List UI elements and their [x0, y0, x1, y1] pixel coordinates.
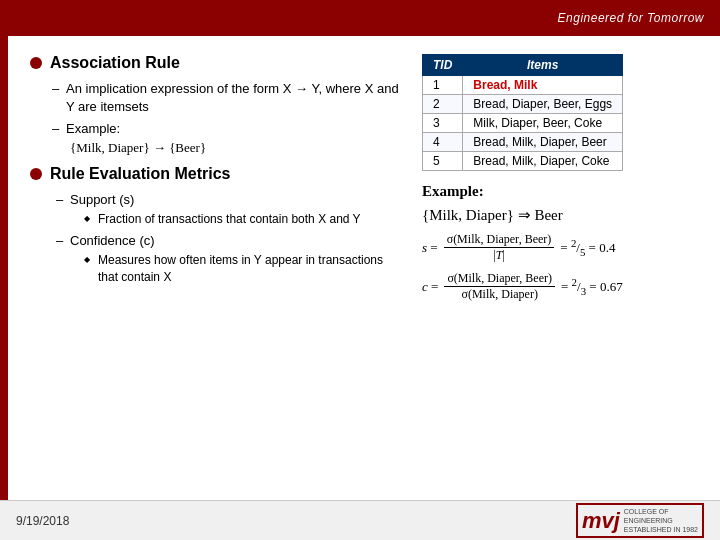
- s-denominator: |T|: [490, 248, 508, 263]
- c-label: c =: [422, 279, 438, 295]
- logo-line3: Established in 1982: [624, 525, 698, 534]
- section2: Rule Evaluation Metrics: [30, 165, 406, 183]
- section1-example: {Milk, Diaper} → {Beer}: [70, 140, 206, 155]
- association-table: TID Items 1 Bread, Milk 2 Bread, Diaper,…: [422, 54, 623, 171]
- table-tid: 5: [423, 152, 463, 171]
- section2-content: Support (s) Fraction of transactions tha…: [52, 191, 406, 286]
- bullet-dot-2: [30, 168, 42, 180]
- table-row: 4 Bread, Milk, Diaper, Beer: [423, 133, 623, 152]
- table-items: Milk, Diaper, Beer, Coke: [463, 114, 623, 133]
- implies-formula: {Milk, Diaper} ⇒ Beer: [422, 206, 702, 224]
- section2-list: Support (s) Fraction of transactions tha…: [56, 191, 406, 286]
- section1-title: Association Rule: [50, 54, 180, 72]
- main-content: Association Rule An implication expressi…: [8, 36, 720, 500]
- table-row: 1 Bread, Milk: [423, 76, 623, 95]
- c-denominator: σ(Milk, Diaper): [458, 287, 540, 302]
- section1-item1: An implication expression of the form X …: [52, 80, 406, 116]
- confidence-bullet: Measures how often items in Y appear in …: [84, 252, 406, 286]
- table-tid: 4: [423, 133, 463, 152]
- table-header-tid: TID: [423, 55, 463, 76]
- s-label: s =: [422, 240, 438, 256]
- c-equals: = 2/3 = 0.67: [561, 276, 623, 297]
- bullet-dot-1: [30, 57, 42, 69]
- support-sub-list: Fraction of transactions that contain bo…: [84, 211, 406, 228]
- section2-title: Rule Evaluation Metrics: [50, 165, 231, 183]
- logo-mvj: mvj: [582, 508, 620, 534]
- table-items: Bread, Milk, Diaper, Beer: [463, 133, 623, 152]
- support-item: Support (s) Fraction of transactions tha…: [56, 191, 406, 228]
- confidence-item: Confidence (c) Measures how often items …: [56, 232, 406, 286]
- logo-box: mvj College of Engineering Established i…: [576, 503, 704, 538]
- c-formula: c = σ(Milk, Diaper, Beer) σ(Milk, Diaper…: [422, 271, 702, 302]
- section1-list: An implication expression of the form X …: [52, 80, 406, 157]
- c-numerator: σ(Milk, Diaper, Beer): [444, 271, 555, 287]
- table-items: Bread, Milk, Diaper, Coke: [463, 152, 623, 171]
- s-fraction: σ(Milk, Diaper, Beer) |T|: [444, 232, 555, 263]
- logo-text: College of Engineering Established in 19…: [624, 507, 698, 534]
- table-items: Bread, Diaper, Beer, Eggs: [463, 95, 623, 114]
- table-row: 2 Bread, Diaper, Beer, Eggs: [423, 95, 623, 114]
- example-label: Example:: [422, 183, 702, 200]
- banner-text: Engineered for Tomorrow: [558, 11, 704, 25]
- table-tid: 2: [423, 95, 463, 114]
- right-column: TID Items 1 Bread, Milk 2 Bread, Diaper,…: [422, 54, 702, 490]
- logo-line2: Engineering: [624, 516, 698, 525]
- left-accent: [0, 36, 8, 500]
- table-header-items: Items: [463, 55, 623, 76]
- logo-line1: College of: [624, 507, 698, 516]
- logo-area: mvj College of Engineering Established i…: [576, 503, 704, 538]
- table-tid: 3: [423, 114, 463, 133]
- c-fraction: σ(Milk, Diaper, Beer) σ(Milk, Diaper): [444, 271, 555, 302]
- bottom-bar: 9/19/2018 mvj College of Engineering Est…: [0, 500, 720, 540]
- table-items: Bread, Milk: [463, 76, 623, 95]
- s-numerator: σ(Milk, Diaper, Beer): [444, 232, 555, 248]
- table-row: 3 Milk, Diaper, Beer, Coke: [423, 114, 623, 133]
- left-column: Association Rule An implication expressi…: [30, 54, 406, 490]
- s-equals: = 2/5 = 0.4: [560, 237, 615, 258]
- implies-expr: {Milk, Diaper} ⇒ Beer: [422, 206, 563, 224]
- support-bullet: Fraction of transactions that contain bo…: [84, 211, 406, 228]
- top-banner: Engineered for Tomorrow: [0, 0, 720, 36]
- table-row: 5 Bread, Milk, Diaper, Coke: [423, 152, 623, 171]
- main-layout: Association Rule An implication expressi…: [30, 54, 702, 490]
- formulas-area: Example: {Milk, Diaper} ⇒ Beer s = σ(Mil…: [422, 183, 702, 302]
- date-text: 9/19/2018: [16, 514, 69, 528]
- section1: Association Rule: [30, 54, 406, 72]
- confidence-sub-list: Measures how often items in Y appear in …: [84, 252, 406, 286]
- section1-item2: Example: {Milk, Diaper} → {Beer}: [52, 120, 406, 156]
- s-formula: s = σ(Milk, Diaper, Beer) |T| = 2/5 = 0.…: [422, 232, 702, 263]
- table-tid: 1: [423, 76, 463, 95]
